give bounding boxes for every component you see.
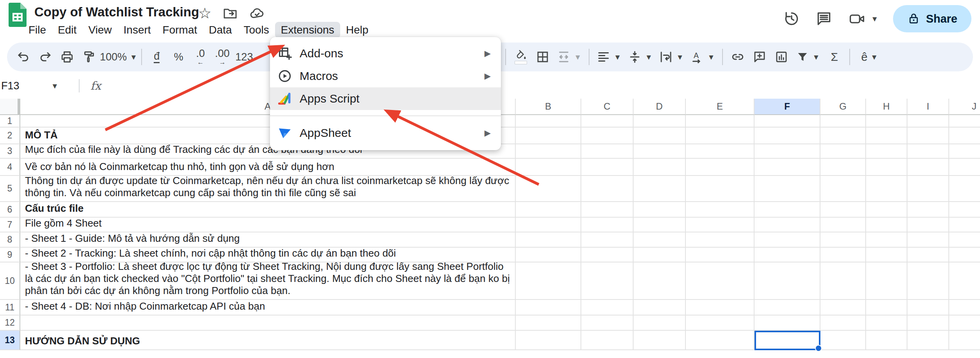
cell-E6[interactable] [686, 202, 755, 218]
cell-D8[interactable] [634, 232, 686, 248]
cell-D9[interactable] [634, 248, 686, 262]
cell-J8[interactable] [949, 232, 980, 248]
cell-C10[interactable] [581, 262, 634, 300]
cloud-saved-icon[interactable] [249, 5, 265, 21]
cell-H7[interactable] [866, 218, 907, 232]
cell-J9[interactable] [949, 248, 980, 262]
cell-B12[interactable] [516, 315, 581, 331]
cell-D11[interactable] [634, 300, 686, 315]
cell-F11[interactable] [755, 300, 820, 315]
cell-C3[interactable] [581, 144, 634, 159]
cell-I5[interactable] [907, 176, 949, 202]
cell-E3[interactable] [686, 144, 755, 159]
row-header-9[interactable]: 9 [0, 248, 20, 262]
meet-camera-icon[interactable] [848, 10, 866, 27]
insert-chart-button[interactable] [771, 46, 792, 68]
cell-J1[interactable] [949, 115, 980, 128]
column-header-H[interactable]: H [866, 99, 907, 115]
cell-G11[interactable] [820, 300, 866, 315]
cell-I8[interactable] [907, 232, 949, 248]
row-header-12[interactable]: 12 [0, 315, 20, 331]
functions-button[interactable]: Σ [824, 46, 845, 68]
star-icon[interactable]: ☆ [198, 6, 211, 21]
row-header-1[interactable]: 1 [0, 115, 20, 128]
cell-I11[interactable] [907, 300, 949, 315]
cell-F8[interactable] [755, 232, 820, 248]
menu-item-edit[interactable]: Edit [52, 22, 82, 38]
cell-F2[interactable] [755, 128, 820, 144]
undo-button[interactable] [12, 46, 34, 68]
cell-A7[interactable]: File gồm 4 Sheet [20, 218, 516, 232]
cell-J4[interactable] [949, 159, 980, 176]
zoom-select[interactable]: 100% ▼ [100, 46, 137, 68]
cell-I10[interactable] [907, 262, 949, 300]
cell-B11[interactable] [516, 300, 581, 315]
horizontal-align-button[interactable]: ▼ [593, 46, 625, 68]
cell-D4[interactable] [634, 159, 686, 176]
cell-J7[interactable] [949, 218, 980, 232]
column-header-I[interactable]: I [907, 99, 949, 115]
cell-F6[interactable] [755, 202, 820, 218]
row-header-7[interactable]: 7 [0, 218, 20, 232]
cell-C6[interactable] [581, 202, 634, 218]
formula-input[interactable] [113, 80, 980, 92]
cell-J13[interactable] [949, 331, 980, 350]
cell-A4[interactable]: Về cơ bản nó là Coinmarketcap thu nhỏ, t… [20, 159, 516, 176]
column-header-F[interactable]: F [755, 99, 820, 115]
menu-option-appsheet[interactable]: AppSheet▶ [270, 122, 501, 144]
share-button[interactable]: Share [893, 5, 971, 32]
cell-H10[interactable] [866, 262, 907, 300]
select-all-corner[interactable] [0, 99, 20, 115]
cell-G9[interactable] [820, 248, 866, 262]
cell-E5[interactable] [686, 176, 755, 202]
cell-D3[interactable] [634, 144, 686, 159]
cell-C12[interactable] [581, 315, 634, 331]
cell-I12[interactable] [907, 315, 949, 331]
row-header-11[interactable]: 11 [0, 300, 20, 315]
insert-link-button[interactable] [727, 46, 749, 68]
cell-B3[interactable] [516, 144, 581, 159]
cell-B4[interactable] [516, 159, 581, 176]
row-header-2[interactable]: 2 [0, 128, 20, 144]
cell-D10[interactable] [634, 262, 686, 300]
cell-C5[interactable] [581, 176, 634, 202]
cell-H4[interactable] [866, 159, 907, 176]
cell-A10[interactable]: - Sheet 3 - Portfolio: Là sheet được lọc… [20, 262, 516, 300]
row-header-10[interactable]: 10 [0, 262, 20, 300]
cell-H2[interactable] [866, 128, 907, 144]
menu-option-macros[interactable]: Macros▶ [270, 65, 501, 87]
cell-D7[interactable] [634, 218, 686, 232]
cell-D5[interactable] [634, 176, 686, 202]
cell-J10[interactable] [949, 262, 980, 300]
cell-H5[interactable] [866, 176, 907, 202]
menu-item-file[interactable]: File [23, 22, 52, 38]
percent-format-button[interactable]: % [168, 46, 190, 68]
cell-I7[interactable] [907, 218, 949, 232]
cell-H12[interactable] [866, 315, 907, 331]
column-header-C[interactable]: C [581, 99, 634, 115]
version-history-icon[interactable] [783, 10, 800, 27]
cell-H6[interactable] [866, 202, 907, 218]
cell-F10[interactable] [755, 262, 820, 300]
cell-A9[interactable]: - Sheet 2 - Tracking: Là sheet chính, nơ… [20, 248, 516, 262]
cell-E2[interactable] [686, 128, 755, 144]
cell-G8[interactable] [820, 232, 866, 248]
currency-format-button[interactable]: đ [146, 46, 168, 68]
redo-button[interactable] [34, 46, 56, 68]
menu-option-apps-script[interactable]: Apps Script [270, 87, 501, 110]
cell-G3[interactable] [820, 144, 866, 159]
cell-H3[interactable] [866, 144, 907, 159]
cell-C11[interactable] [581, 300, 634, 315]
merge-cells-button[interactable]: ▼ [554, 46, 585, 68]
cell-I3[interactable] [907, 144, 949, 159]
cell-D6[interactable] [634, 202, 686, 218]
cell-J2[interactable] [949, 128, 980, 144]
document-title[interactable]: Copy of Watchlist Tracking [34, 5, 199, 19]
increase-decimal-button[interactable]: .00 → [211, 46, 233, 68]
cell-F4[interactable] [755, 159, 820, 176]
cell-G13[interactable] [820, 331, 866, 350]
cell-G10[interactable] [820, 262, 866, 300]
row-header-8[interactable]: 8 [0, 232, 20, 248]
name-box-caret-icon[interactable]: ▼ [51, 82, 59, 90]
cell-H9[interactable] [866, 248, 907, 262]
